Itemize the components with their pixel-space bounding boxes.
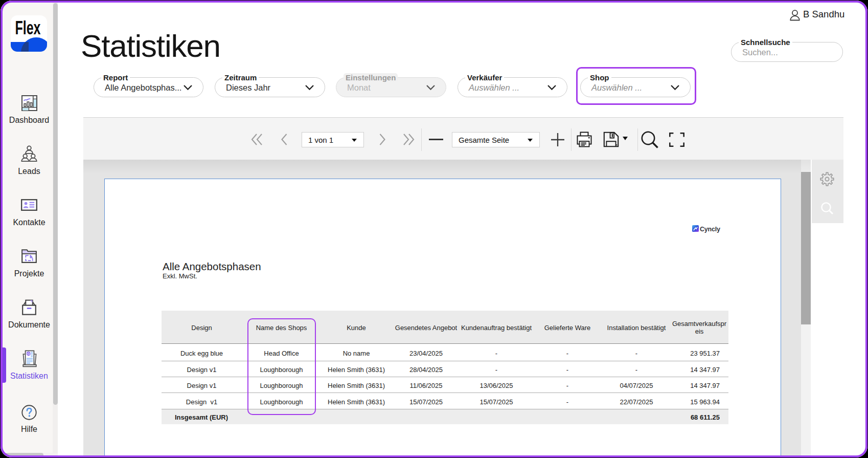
svg-text:Flex: Flex [15,17,41,38]
